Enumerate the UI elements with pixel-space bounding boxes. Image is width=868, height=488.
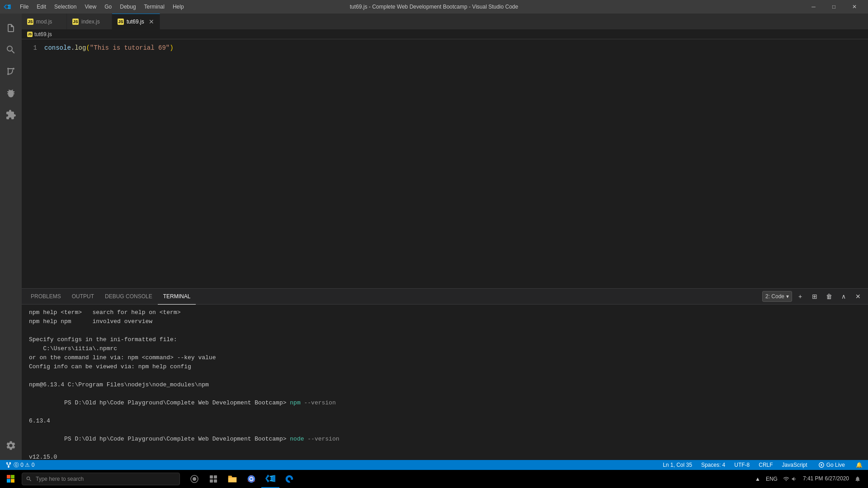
menu-edit[interactable]: Edit — [33, 3, 50, 11]
terminal-flag-version: --version — [301, 399, 336, 406]
panel-tab-debug-console[interactable]: DEBUG CONSOLE — [99, 289, 158, 305]
terminal-line-10: PS D:\Old hp\Code Playground\Complete We… — [29, 389, 861, 417]
status-language-text: JavaScript — [782, 462, 807, 468]
taskbar-cortana[interactable] — [185, 470, 203, 488]
chrome-icon — [246, 474, 256, 484]
terminal-line-6: or on the command line via: npm <command… — [29, 353, 861, 362]
js-file-icon: JS — [27, 19, 33, 25]
panel-tab-problems[interactable]: PROBLEMS — [25, 289, 66, 305]
line-number-1: 1 — [22, 43, 37, 53]
terminal-line-8 — [29, 371, 861, 380]
taskbar-chevron[interactable]: ▲ — [753, 470, 762, 488]
taskbar-notification-center[interactable] — [853, 470, 863, 488]
menu-selection[interactable]: Selection — [51, 3, 80, 11]
svg-point-5 — [821, 464, 822, 466]
status-bar: ⓪ 0 ⚠ 0 Ln 1, Col 35 Spaces: 4 UTF-8 CRL… — [0, 460, 868, 470]
debug-icon — [5, 88, 16, 99]
svg-rect-13 — [214, 475, 217, 479]
code-content[interactable]: console.log("This is tutorial 69") — [44, 43, 868, 285]
taskbar-browser-chrome[interactable] — [242, 470, 260, 488]
status-git-branch[interactable]: ⓪ 0 ⚠ 0 — [4, 460, 36, 470]
svg-rect-7 — [11, 475, 14, 479]
maximize-button[interactable]: □ — [824, 0, 844, 14]
terminal-line-7: Config info can be viewed via: npm help … — [29, 362, 861, 371]
taskbar-search[interactable]: Type here to search — [22, 473, 180, 485]
activity-bar-search[interactable] — [0, 39, 22, 61]
go-live-button[interactable]: Go Live — [815, 460, 849, 470]
code-log: log — [75, 43, 86, 53]
split-terminal-button[interactable]: ⊞ — [808, 290, 821, 303]
status-encoding[interactable]: UTF-8 — [732, 460, 751, 470]
minimize-button[interactable]: ─ — [803, 0, 824, 14]
code-paren-close: ) — [170, 43, 173, 53]
activity-bar-extensions[interactable] — [0, 104, 22, 126]
activity-bar — [0, 14, 22, 460]
js-file-icon: JS — [72, 19, 79, 25]
windows-logo-icon — [7, 475, 15, 483]
panel-close-button[interactable]: ✕ — [852, 290, 864, 303]
panel-tab-terminal[interactable]: TERMINAL — [158, 289, 196, 305]
status-notification[interactable]: 🔔 — [854, 460, 864, 470]
dropdown-chevron-icon: ▾ — [786, 293, 789, 300]
terminal-flag-version2: --version — [304, 436, 340, 442]
chevron-up-icon: ▲ — [755, 476, 760, 482]
tab-index-js[interactable]: JS index.js — [67, 14, 112, 29]
panel-tabs: PROBLEMS OUTPUT DEBUG CONSOLE TERMINAL 2… — [22, 289, 868, 305]
status-language[interactable]: JavaScript — [780, 460, 809, 470]
taskbar-language-indicator[interactable]: ENG — [764, 470, 779, 488]
activity-bar-git[interactable] — [0, 61, 22, 82]
tab-tut69-js-label: tut69.js — [127, 19, 144, 25]
activity-bar-settings[interactable] — [0, 435, 22, 456]
activity-bar-explorer[interactable] — [0, 17, 22, 39]
status-line-ending[interactable]: CRLF — [757, 460, 774, 470]
menu-file[interactable]: File — [16, 3, 32, 11]
title-bar: File Edit Selection View Go Debug Termin… — [0, 0, 868, 14]
delete-terminal-button[interactable]: 🗑 — [823, 290, 835, 303]
windows-start-button[interactable] — [2, 470, 20, 488]
svg-rect-9 — [11, 479, 14, 483]
menu-debug[interactable]: Debug — [116, 3, 139, 11]
taskbar-file-explorer[interactable] — [223, 470, 241, 488]
taskbar-search-placeholder: Type here to search — [36, 476, 84, 482]
menu-view[interactable]: View — [81, 3, 100, 11]
taskbar-clock[interactable]: 7:41 PM 6/27/2020 — [801, 470, 851, 488]
svg-rect-8 — [7, 479, 10, 483]
menu-terminal[interactable]: Terminal — [141, 3, 168, 11]
line-numbers: 1 — [22, 43, 44, 285]
svg-rect-14 — [210, 479, 213, 483]
terminal-cmd-npm: npm — [290, 399, 300, 406]
svg-point-19 — [250, 478, 253, 480]
panel-tab-output[interactable]: OUTPUT — [66, 289, 99, 305]
panel-maximize-button[interactable]: ∧ — [837, 290, 850, 303]
taskbar-task-view[interactable] — [204, 470, 222, 488]
taskbar-vscode[interactable] — [261, 470, 279, 488]
svg-point-2 — [7, 68, 9, 70]
activity-bar-debug[interactable] — [0, 82, 22, 104]
close-button[interactable]: ✕ — [844, 0, 864, 14]
taskbar: Type here to search — [0, 470, 868, 488]
tab-mod-js[interactable]: JS mod.js — [22, 14, 67, 29]
status-position[interactable]: Ln 1, Col 35 — [661, 460, 694, 470]
code-editor[interactable]: 1 console.log("This is tutorial 69") — [22, 39, 868, 288]
terminal-instance-dropdown[interactable]: 2: Code ▾ — [762, 291, 792, 302]
svg-rect-16 — [228, 477, 236, 478]
taskbar-time: 7:41 PM — [803, 475, 823, 483]
tab-tut69-js[interactable]: JS tut69.js ✕ — [112, 14, 160, 29]
vscode-taskbar-icon — [265, 474, 275, 483]
status-bar-right: Ln 1, Col 35 Spaces: 4 UTF-8 CRLF JavaSc… — [661, 460, 864, 470]
status-spaces[interactable]: Spaces: 4 — [699, 460, 727, 470]
title-bar-menu: File Edit Selection View Go Debug Termin… — [16, 3, 188, 11]
svg-rect-6 — [7, 475, 10, 479]
code-console: console — [44, 43, 71, 53]
menu-go[interactable]: Go — [101, 3, 115, 11]
terminal-panel: PROBLEMS OUTPUT DEBUG CONSOLE TERMINAL 2… — [22, 288, 868, 460]
terminal-line-2: npm help npm involved overview — [29, 317, 861, 326]
new-terminal-button[interactable]: + — [794, 290, 807, 303]
taskbar-browser-edge[interactable] — [280, 470, 298, 488]
tab-close-button[interactable]: ✕ — [149, 18, 154, 25]
terminal-line-12: PS D:\Old hp\Code Playground\Complete We… — [29, 426, 861, 453]
terminal-content[interactable]: npm help <term> search for help on <term… — [22, 305, 868, 460]
menu-help[interactable]: Help — [169, 3, 188, 11]
taskbar-system-icons[interactable] — [781, 470, 799, 488]
task-view-icon — [209, 474, 218, 483]
